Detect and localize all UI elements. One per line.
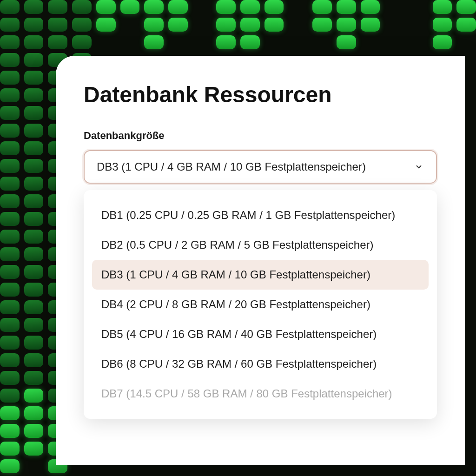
field-label-database-size: Datenbankgröße <box>84 130 437 142</box>
database-size-dropdown: DB1 (0.25 CPU / 0.25 GB RAM / 1 GB Festp… <box>84 190 437 419</box>
dropdown-option[interactable]: DB6 (8 CPU / 32 GB RAM / 60 GB Festplatt… <box>92 349 429 379</box>
dropdown-option[interactable]: DB5 (4 CPU / 16 GB RAM / 40 GB Festplatt… <box>92 319 429 349</box>
dropdown-option[interactable]: DB3 (1 CPU / 4 GB RAM / 10 GB Festplatte… <box>92 260 429 290</box>
dropdown-option[interactable]: DB4 (2 CPU / 8 GB RAM / 20 GB Festplatte… <box>92 290 429 319</box>
database-size-select[interactable]: DB3 (1 CPU / 4 GB RAM / 10 GB Festplatte… <box>84 150 437 184</box>
dropdown-option[interactable]: DB1 (0.25 CPU / 0.25 GB RAM / 1 GB Festp… <box>92 200 429 230</box>
database-resources-card: Datenbank Ressourcen Datenbankgröße DB3 … <box>56 56 465 465</box>
chevron-down-icon <box>415 163 423 171</box>
page-title: Datenbank Ressourcen <box>84 82 437 107</box>
select-value: DB3 (1 CPU / 4 GB RAM / 10 GB Festplatte… <box>97 160 366 173</box>
dropdown-option[interactable]: DB7 (14.5 CPU / 58 GB RAM / 80 GB Festpl… <box>92 379 429 409</box>
dropdown-option[interactable]: DB2 (0.5 CPU / 2 GB RAM / 5 GB Festplatt… <box>92 230 429 260</box>
